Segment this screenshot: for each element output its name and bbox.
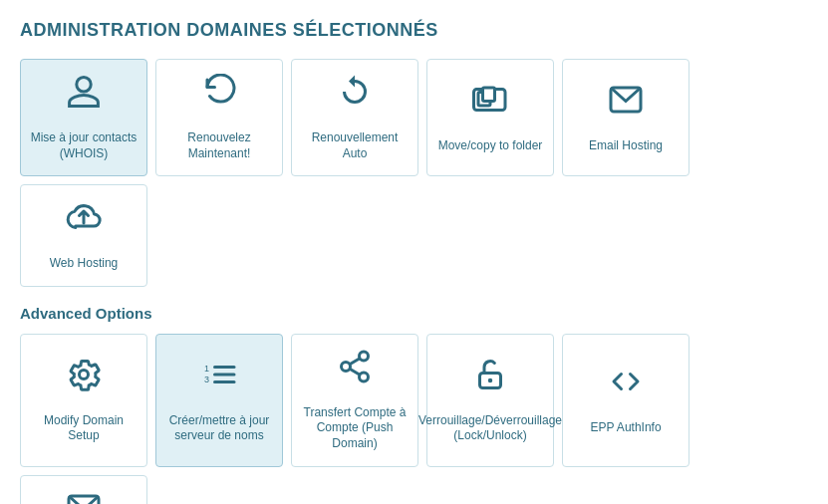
svg-text:3: 3: [204, 374, 209, 383]
svg-rect-3: [483, 88, 495, 102]
person-icon: [66, 74, 102, 123]
email-hosting-label: Email Hosting: [589, 138, 663, 154]
email-hosting-icon: [608, 82, 644, 130]
modify-domain-label: Modify Domain Setup: [29, 413, 138, 444]
refresh-icon: [201, 74, 237, 123]
push-domain-label: Transfert Compte à Compte (Push Domain): [300, 405, 410, 452]
epp-authinfo-label: EPP AuthInfo: [590, 420, 661, 436]
list-numbered-icon: 1 3: [201, 357, 237, 405]
svg-line-14: [350, 359, 360, 365]
gear-icon: [66, 357, 102, 405]
card-web-hosting[interactable]: Web Hosting: [20, 184, 147, 287]
card-auto-renew[interactable]: Renouvellement Auto: [291, 59, 418, 176]
advanced-options-title: Advanced Options: [20, 305, 808, 322]
main-actions-grid: Mise à jour contacts (WHOIS) Renouvelez …: [20, 59, 808, 287]
svg-text:1: 1: [204, 364, 209, 374]
lock-unlock-label: Verrouillage/Déverrouillage (Lock/Unlock…: [418, 413, 562, 444]
whois-label: Mise à jour contacts (WHOIS): [29, 130, 138, 161]
card-whois[interactable]: Mise à jour contacts (WHOIS): [20, 59, 147, 176]
card-renew-now[interactable]: Renouvelez Maintenant!: [155, 59, 283, 176]
svg-point-16: [488, 378, 493, 382]
svg-point-10: [360, 352, 369, 361]
web-hosting-label: Web Hosting: [50, 256, 118, 272]
card-move-copy[interactable]: Move/copy to folder: [426, 59, 554, 176]
card-modify-domain[interactable]: Modify Domain Setup: [20, 334, 147, 467]
folder-icon: [472, 82, 508, 130]
auto-renew-label: Renouvellement Auto: [300, 130, 410, 161]
card-lock-unlock[interactable]: Verrouillage/Déverrouillage (Lock/Unlock…: [426, 334, 554, 467]
move-copy-label: Move/copy to folder: [438, 138, 543, 154]
code-icon: [608, 364, 644, 412]
card-epp-authinfo[interactable]: EPP AuthInfo: [562, 334, 690, 467]
advanced-options-grid: Modify Domain Setup 1 3 Créer/mettre à j…: [20, 334, 808, 504]
svg-line-13: [350, 369, 360, 375]
renew-now-label: Renouvelez Maintenant!: [164, 130, 274, 161]
cloud-upload-icon: [66, 199, 102, 248]
card-push-domain[interactable]: Transfert Compte à Compte (Push Domain): [291, 334, 418, 467]
auto-renew-icon: [337, 74, 373, 123]
email-send-icon: [66, 490, 102, 504]
share-icon: [337, 349, 373, 397]
svg-point-12: [360, 373, 369, 381]
lock-icon: [472, 357, 508, 405]
page-title: ADMINISTRATION DOMAINES SÉLECTIONNÉS: [20, 20, 808, 41]
nameserver-label: Créer/mettre à jour serveur de noms: [164, 413, 274, 444]
svg-point-11: [342, 362, 351, 371]
card-send-email[interactable]: Send me the AuthInfo by email: [20, 475, 147, 504]
card-nameserver[interactable]: 1 3 Créer/mettre à jour serveur de noms: [155, 334, 283, 467]
card-email-hosting[interactable]: Email Hosting: [562, 59, 690, 176]
